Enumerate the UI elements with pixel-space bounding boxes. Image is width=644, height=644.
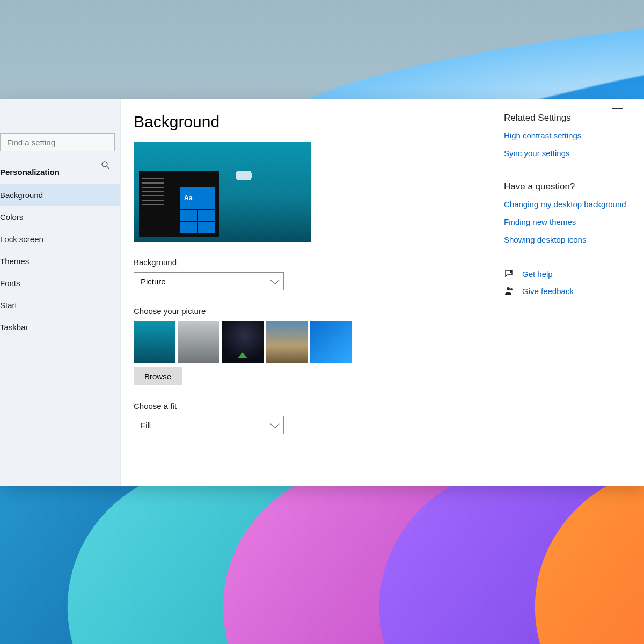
get-help-label: Get help [522, 269, 553, 279]
settings-window: — Settings Personalization Background Co… [0, 99, 644, 486]
picture-thumbnails [134, 321, 466, 363]
search-input[interactable] [0, 133, 115, 151]
link-high-contrast[interactable]: High contrast settings [504, 131, 627, 140]
chevron-down-icon [270, 275, 280, 284]
choose-fit-label: Choose a fit [134, 401, 466, 411]
svg-line-1 [107, 166, 109, 169]
search-icon [101, 160, 109, 169]
picture-thumb-5[interactable] [310, 321, 352, 363]
link-changing-background[interactable]: Changing my desktop background [504, 200, 627, 209]
sidebar-item-start[interactable]: Start [0, 294, 120, 316]
sidebar-item-themes[interactable]: Themes [0, 250, 120, 272]
link-showing-icons[interactable]: Showing desktop icons [504, 235, 627, 244]
picture-thumb-4[interactable] [266, 321, 308, 363]
minimize-button[interactable]: — [605, 102, 629, 114]
background-preview: Aa [134, 142, 311, 241]
chevron-down-icon [270, 419, 280, 428]
choose-picture-label: Choose your picture [134, 306, 466, 316]
svg-point-3 [507, 287, 510, 290]
sidebar-item-fonts[interactable]: Fonts [0, 272, 120, 294]
svg-point-4 [510, 288, 513, 290]
background-select[interactable]: Picture [134, 272, 284, 290]
fit-select[interactable]: Fill [134, 416, 284, 434]
sidebar: Settings Personalization Background Colo… [0, 99, 121, 486]
person-icon [504, 286, 514, 296]
sidebar-item-taskbar[interactable]: Taskbar [0, 316, 120, 338]
question-header: Have a question? [504, 181, 627, 192]
sidebar-item-colors[interactable]: Colors [0, 206, 120, 228]
sidebar-item-background[interactable]: Background [0, 184, 120, 206]
picture-thumb-3[interactable] [222, 321, 264, 363]
link-sync-settings[interactable]: Sync your settings [504, 149, 627, 158]
sidebar-item-lock-screen[interactable]: Lock screen [0, 228, 120, 250]
link-finding-themes[interactable]: Finding new themes [504, 217, 627, 226]
background-select-value: Picture [141, 277, 166, 286]
related-settings-header: Related Settings [504, 113, 627, 123]
svg-point-0 [102, 162, 107, 167]
picture-thumb-1[interactable] [134, 321, 175, 363]
give-feedback-row[interactable]: Give feedback [504, 286, 627, 296]
page-title: Background [134, 113, 466, 131]
svg-point-2 [510, 270, 512, 273]
give-feedback-label: Give feedback [522, 287, 574, 296]
picture-thumb-2[interactable] [178, 321, 219, 363]
fit-select-value: Fill [141, 421, 151, 430]
chat-icon [504, 269, 514, 279]
window-title: Settings [0, 101, 2, 113]
background-label: Background [134, 258, 466, 267]
preview-tile-text: Aa [180, 187, 215, 202]
get-help-row[interactable]: Get help [504, 269, 627, 279]
browse-button[interactable]: Browse [134, 367, 182, 385]
